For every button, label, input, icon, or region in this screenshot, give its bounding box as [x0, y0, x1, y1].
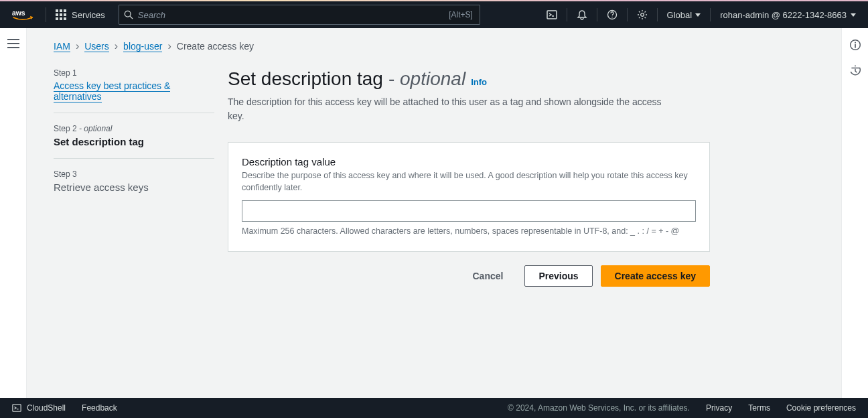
left-nav-rail — [0, 28, 27, 398]
svg-line-2 — [130, 16, 133, 19]
step-label: Step 3 — [54, 169, 214, 179]
search-shortcut: [Alt+S] — [449, 10, 473, 19]
step-3: Step 3 Retrieve access keys — [54, 158, 214, 204]
step-1: Step 1 Access key best practices & alter… — [54, 68, 214, 113]
step-1-link[interactable]: Access key best practices & alternatives — [54, 80, 170, 102]
history-icon[interactable] — [849, 65, 861, 79]
main-content: IAM › Users › blog-user › Create access … — [27, 28, 841, 398]
caret-down-icon — [695, 13, 701, 17]
terms-link[interactable]: Terms — [748, 403, 770, 413]
step-3-title: Retrieve access keys — [54, 182, 214, 193]
step-label: Step 1 — [54, 68, 214, 78]
search-icon — [119, 10, 138, 19]
svg-point-7 — [640, 13, 644, 17]
svg-point-6 — [611, 17, 613, 18]
field-label: Description tag value — [242, 156, 696, 167]
wizard-steps: Step 1 Access key best practices & alter… — [54, 68, 228, 287]
step-2-title: Set description tag — [54, 136, 214, 147]
wizard-form: Set description tag - optional Info The … — [228, 68, 710, 287]
page-title: Set description tag - optional Info — [228, 68, 710, 90]
create-access-key-button[interactable]: Create access key — [601, 265, 710, 287]
feedback-link[interactable]: Feedback — [82, 403, 117, 413]
settings-icon[interactable] — [628, 1, 657, 28]
cancel-button[interactable]: Cancel — [459, 265, 517, 287]
field-hint: Maximum 256 characters. Allowed characte… — [242, 226, 696, 238]
user-label: rohan-admin @ 6222-1342-8663 — [720, 10, 847, 20]
svg-point-9 — [854, 42, 855, 44]
privacy-link[interactable]: Privacy — [706, 403, 732, 413]
breadcrumb-iam[interactable]: IAM — [54, 41, 70, 52]
info-panel-icon[interactable] — [849, 39, 861, 53]
breadcrumb: IAM › Users › blog-user › Create access … — [54, 40, 814, 52]
help-icon[interactable] — [597, 1, 627, 28]
cloudshell-icon[interactable] — [537, 1, 567, 28]
cookie-preferences-link[interactable]: Cookie preferences — [786, 403, 856, 413]
breadcrumb-users[interactable]: Users — [84, 41, 109, 52]
wizard-actions: Cancel Previous Create access key — [228, 265, 710, 287]
svg-point-1 — [125, 11, 131, 17]
breadcrumb-current: Create access key — [177, 41, 254, 52]
right-tool-rail — [841, 28, 868, 398]
region-selector[interactable]: Global — [658, 1, 711, 28]
previous-button[interactable]: Previous — [524, 265, 592, 287]
cloudshell-link[interactable]: CloudShell — [12, 403, 66, 413]
chevron-right-icon: › — [76, 40, 79, 52]
page-description: The description for this access key will… — [228, 95, 670, 123]
cloudshell-label: CloudShell — [27, 403, 66, 413]
chevron-right-icon: › — [167, 40, 171, 52]
user-menu[interactable]: rohan-admin @ 6222-1342-8663 — [711, 1, 868, 28]
chevron-right-icon: › — [115, 40, 118, 52]
field-description: Describe the purpose of this access key … — [242, 170, 696, 194]
region-label: Global — [667, 10, 693, 20]
description-panel: Description tag value Describe the purpo… — [228, 142, 710, 252]
description-input[interactable] — [242, 200, 696, 222]
global-search[interactable]: [Alt+S] — [119, 5, 480, 25]
breadcrumb-user[interactable]: blog-user — [123, 41, 162, 52]
step-2: Step 2 - optional Set description tag — [54, 113, 214, 158]
hamburger-icon[interactable] — [7, 39, 19, 51]
global-footer: CloudShell Feedback © 2024, Amazon Web S… — [0, 398, 868, 418]
grid-icon — [56, 9, 66, 20]
search-input[interactable] — [138, 10, 480, 20]
svg-text:aws: aws — [12, 9, 25, 17]
step-label: Step 2 - optional — [54, 124, 214, 133]
notifications-icon[interactable] — [567, 1, 597, 28]
services-label: Services — [72, 10, 105, 20]
global-header: aws Services [Alt+S] Global — [0, 1, 868, 28]
aws-logo[interactable]: aws — [0, 8, 46, 21]
copyright: © 2024, Amazon Web Services, Inc. or its… — [508, 403, 690, 413]
caret-down-icon — [851, 13, 856, 17]
info-link[interactable]: Info — [471, 77, 487, 88]
services-menu[interactable]: Services — [46, 1, 115, 28]
